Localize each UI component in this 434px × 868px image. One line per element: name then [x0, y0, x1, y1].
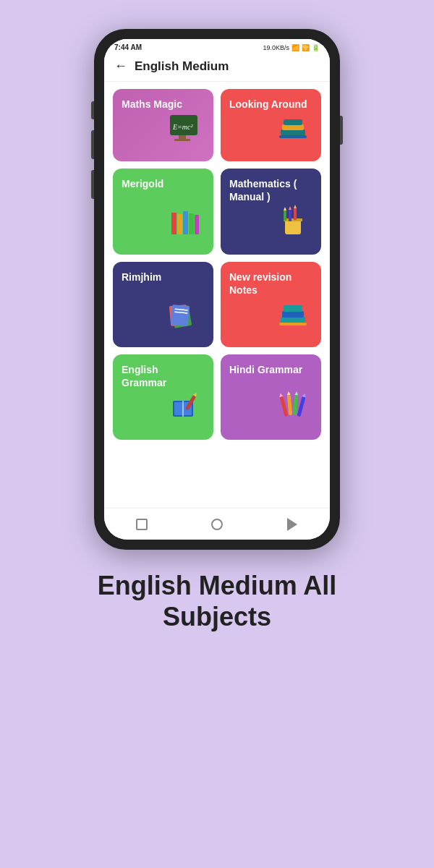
svg-rect-28: [284, 305, 302, 312]
card-new-revision-notes[interactable]: New revision Notes: [221, 262, 321, 347]
svg-rect-11: [189, 213, 194, 234]
status-right: 19.0KB/s 📶 🛜 🔋: [263, 44, 320, 51]
svg-rect-26: [281, 317, 305, 323]
svg-marker-16: [289, 206, 292, 210]
svg-rect-19: [284, 210, 286, 221]
svg-rect-3: [174, 139, 190, 141]
phone-frame: 7:44 AM 19.0KB/s 📶 🛜 🔋 ← English Medium …: [94, 29, 340, 550]
network-speed: 19.0KB/s: [263, 44, 289, 51]
svg-marker-42: [302, 393, 307, 397]
svg-rect-35: [279, 396, 288, 417]
volume-silent-button: [91, 101, 94, 119]
status-time: 7:44 AM: [114, 43, 142, 51]
card-english-grammar-icon: [122, 389, 205, 431]
svg-rect-37: [287, 395, 292, 415]
card-merigold[interactable]: Merigold: [113, 169, 213, 254]
volume-down-button: [91, 170, 94, 199]
nav-square-button[interactable]: [134, 516, 150, 532]
card-english-grammar-title: English Grammar: [122, 363, 205, 389]
card-hindi-grammar-icon: [229, 389, 312, 431]
back-button[interactable]: ←: [114, 59, 127, 74]
nav-back-button[interactable]: [284, 516, 300, 532]
square-icon: [136, 519, 148, 530]
page-footer: English Medium All Subjects: [76, 570, 359, 632]
subject-grid: Maths Magic E=mc² Looking Around: [113, 89, 321, 440]
card-merigold-title: Merigold: [122, 177, 205, 190]
card-english-grammar[interactable]: English Grammar: [113, 354, 213, 440]
card-looking-around-title: Looking Around: [229, 98, 312, 111]
card-rimjhim-icon: [122, 297, 205, 339]
triangle-icon: [287, 518, 297, 531]
card-maths-magic-title: Maths Magic: [122, 98, 205, 111]
svg-rect-41: [297, 396, 305, 417]
card-looking-around[interactable]: Looking Around: [221, 89, 321, 161]
card-looking-around-icon: [229, 111, 312, 153]
card-maths-magic-icon: E=mc²: [122, 111, 205, 153]
card-maths-magic[interactable]: Maths Magic E=mc²: [113, 89, 213, 161]
svg-rect-27: [282, 311, 304, 318]
svg-rect-17: [294, 208, 297, 220]
card-mathematics-manual-icon: [229, 204, 312, 246]
card-mathematics-manual-title: Mathematics ( Manual ): [229, 177, 312, 203]
svg-marker-18: [294, 205, 297, 208]
card-new-revision-notes-icon: [229, 297, 312, 339]
footer-line2: Subjects: [98, 601, 337, 632]
volume-up-button: [91, 130, 94, 159]
top-bar: ← English Medium: [104, 53, 330, 82]
card-mathematics-manual[interactable]: Mathematics ( Manual ): [221, 169, 321, 254]
card-hindi-grammar[interactable]: Hindi Grammar: [221, 354, 321, 440]
svg-rect-10: [183, 211, 188, 234]
svg-rect-13: [285, 220, 301, 234]
card-hindi-grammar-title: Hindi Grammar: [229, 363, 312, 376]
svg-rect-12: [195, 215, 199, 234]
svg-rect-7: [279, 135, 307, 138]
svg-marker-38: [286, 391, 290, 395]
svg-rect-23: [171, 305, 190, 326]
signal-icon: 📶: [292, 44, 299, 51]
svg-rect-39: [293, 395, 298, 415]
footer-line1: English Medium All: [98, 570, 337, 601]
svg-rect-15: [289, 210, 292, 221]
wifi-icon: 🛜: [302, 44, 310, 51]
svg-marker-20: [284, 207, 286, 210]
phone-screen: 7:44 AM 19.0KB/s 📶 🛜 🔋 ← English Medium …: [104, 39, 330, 540]
page-title: English Medium: [135, 59, 229, 74]
svg-rect-4: [281, 129, 305, 135]
svg-rect-2: [179, 135, 186, 139]
svg-rect-9: [177, 214, 182, 234]
card-rimjhim[interactable]: Rimjhim: [113, 262, 213, 347]
circle-icon: [211, 519, 223, 530]
card-merigold-icon: [122, 204, 205, 246]
svg-marker-36: [278, 393, 283, 397]
nav-home-button[interactable]: [209, 516, 225, 532]
card-rimjhim-title: Rimjhim: [122, 271, 205, 284]
svg-rect-6: [284, 119, 302, 125]
svg-rect-29: [279, 323, 307, 326]
svg-rect-5: [282, 124, 304, 130]
card-new-revision-notes-title: New revision Notes: [229, 271, 312, 297]
subject-grid-content: Maths Magic E=mc² Looking Around: [104, 82, 330, 508]
svg-text:E=mc²: E=mc²: [172, 123, 194, 131]
status-bar: 7:44 AM 19.0KB/s 📶 🛜 🔋: [104, 39, 330, 53]
power-button: [340, 116, 343, 145]
svg-rect-8: [171, 213, 176, 234]
phone-notch: [188, 33, 246, 39]
bottom-navigation: [104, 508, 330, 540]
battery-level: 🔋: [312, 44, 320, 51]
svg-marker-40: [294, 391, 298, 395]
